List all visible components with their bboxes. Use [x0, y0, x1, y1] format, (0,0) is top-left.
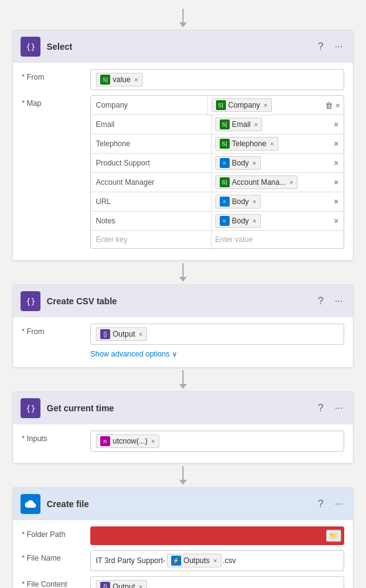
outputs-token-close[interactable]: ×	[214, 558, 217, 564]
create-file-actions: ? ···	[316, 497, 345, 511]
file-content-token: {} Output ×	[96, 580, 147, 588]
map-del-company[interactable]: 🗑 ×	[321, 96, 344, 114]
map-key-placeholder[interactable]: Enter key	[91, 231, 212, 248]
get-current-time-curly-icon: {}	[25, 403, 36, 414]
file-name-prefix: IT 3rd Party Support-	[96, 556, 166, 565]
create-csv-from-label: From	[22, 324, 90, 336]
create-file-card: Create file ? ··· Folder Path 📁 File Nam…	[12, 487, 354, 588]
arrow-line-1	[182, 263, 184, 277]
select-from-label: From	[22, 69, 90, 82]
url-token: ≡ Body ×	[215, 195, 261, 208]
company-token-text: Company	[228, 101, 260, 110]
map-val-email: S| Email ×	[212, 115, 329, 134]
select-map-label: Map	[22, 95, 90, 108]
map-val-account-manager: S| Account Mana... ×	[212, 173, 329, 192]
create-csv-from-input[interactable]: {} Output ×	[90, 324, 344, 345]
account-manager-token-close[interactable]: ×	[289, 179, 293, 186]
map-val-telephone: S| Telephone ×	[212, 134, 329, 153]
map-del-telephone[interactable]: ×	[329, 134, 344, 153]
map-row-placeholder: Enter key Enter value	[91, 231, 344, 248]
map-key-company: Company	[91, 96, 208, 114]
account-manager-token: S| Account Mana... ×	[215, 175, 298, 189]
map-row-account-manager: Account Manager S| Account Mana... × ×	[91, 173, 344, 192]
create-file-name-row: File Name IT 3rd Party Support- ⚡ Output…	[22, 550, 344, 571]
arrow-head-2	[179, 384, 187, 389]
create-csv-more-button[interactable]: ···	[332, 294, 345, 308]
map-row-company: Company S| Company × 🗑 ×	[91, 96, 344, 115]
map-val-notes: ≡ Body ×	[212, 212, 329, 230]
svg-text:{}: {}	[26, 42, 35, 52]
map-row-notes: Notes ≡ Body × ×	[91, 212, 344, 231]
create-file-folder-row: Folder Path 📁	[22, 526, 344, 545]
arrow-head-1	[179, 277, 187, 282]
map-key-telephone: Telephone	[91, 134, 212, 153]
company-token-close[interactable]: ×	[264, 102, 268, 109]
get-current-time-inputs-input[interactable]: fx utcnow(...) ×	[90, 431, 344, 452]
map-val-placeholder[interactable]: Enter value	[212, 231, 329, 248]
get-current-time-title: Get current time	[47, 403, 316, 413]
create-file-content-input[interactable]: {} Output ×	[90, 576, 344, 588]
select-from-token-icon: S|	[100, 75, 110, 85]
telephone-token-close[interactable]: ×	[270, 141, 274, 147]
select-card-header: {} Select ? ···	[13, 30, 353, 63]
select-more-button[interactable]: ···	[332, 40, 345, 54]
select-from-token: S| value ×	[96, 73, 143, 86]
create-csv-from-token-close[interactable]: ×	[139, 331, 143, 338]
telephone-token: S| Telephone ×	[215, 137, 278, 151]
create-csv-title: Create CSV table	[47, 296, 316, 306]
map-key-url: URL	[91, 192, 212, 211]
create-file-more-button[interactable]: ···	[332, 497, 345, 511]
folder-browse-button[interactable]: 📁	[326, 530, 341, 542]
notes-token-icon: ≡	[220, 216, 230, 226]
create-file-header: Create file ? ···	[13, 488, 353, 520]
arrow-connector-3	[179, 466, 187, 485]
create-file-name-input[interactable]: IT 3rd Party Support- ⚡ Outputs × .csv	[90, 550, 344, 571]
create-csv-body: From {} Output × Show advanced options ∨	[13, 317, 353, 367]
show-advanced-link[interactable]: Show advanced options ∨	[90, 350, 344, 358]
map-del-notes[interactable]: ×	[329, 212, 344, 230]
product-support-token-icon: ≡	[220, 158, 230, 168]
get-current-time-card: {} Get current time ? ··· Inputs fx utcn…	[12, 391, 354, 464]
create-csv-from-row: From {} Output ×	[22, 324, 344, 345]
company-token-icon: S|	[216, 100, 226, 110]
map-key-email: Email	[91, 115, 212, 134]
select-from-token-close[interactable]: ×	[134, 77, 138, 83]
get-current-time-help-button[interactable]: ?	[316, 401, 326, 415]
select-help-button[interactable]: ?	[316, 40, 326, 54]
utcnow-token-close[interactable]: ×	[151, 438, 155, 445]
select-card: {} Select ? ··· From S| value ×	[12, 30, 354, 261]
create-file-icon	[21, 494, 40, 514]
map-row-email: Email S| Email × ×	[91, 115, 344, 134]
map-del-email[interactable]: ×	[329, 115, 344, 134]
map-del-account-manager[interactable]: ×	[329, 173, 344, 192]
get-current-time-body: Inputs fx utcnow(...) ×	[13, 424, 353, 463]
create-csv-from-token: {} Output ×	[96, 327, 147, 341]
url-token-icon: ≡	[220, 197, 230, 207]
create-csv-curly-icon: {}	[25, 296, 36, 307]
notes-token-close[interactable]: ×	[253, 218, 256, 225]
create-csv-actions: ? ···	[316, 294, 345, 308]
create-file-folder-input[interactable]: 📁	[90, 526, 344, 545]
get-current-time-more-button[interactable]: ···	[332, 401, 345, 415]
url-token-text: Body	[232, 197, 249, 206]
select-from-input[interactable]: S| value ×	[90, 69, 344, 90]
map-row-product-support: Product Support ≡ Body × ×	[91, 154, 344, 173]
trash-icon[interactable]: 🗑	[325, 101, 333, 110]
url-token-close[interactable]: ×	[253, 198, 256, 205]
email-token-text: Email	[232, 120, 251, 129]
map-del-product-support[interactable]: ×	[329, 154, 344, 172]
select-from-token-text: value	[113, 75, 131, 84]
close-icon-company[interactable]: ×	[336, 101, 340, 110]
select-map-table: Company S| Company × 🗑 ×	[90, 95, 344, 249]
create-file-help-button[interactable]: ?	[316, 497, 326, 511]
email-token-close[interactable]: ×	[255, 121, 258, 128]
create-csv-help-button[interactable]: ?	[316, 294, 326, 308]
map-del-url[interactable]: ×	[329, 192, 344, 211]
svg-text:{}: {}	[26, 297, 35, 306]
get-current-time-header: {} Get current time ? ···	[13, 392, 353, 424]
product-support-token-close[interactable]: ×	[253, 160, 256, 167]
select-card-title: Select	[47, 42, 316, 52]
arrow-connector-1	[179, 263, 187, 282]
notes-token-text: Body	[232, 217, 249, 225]
file-content-token-close[interactable]: ×	[139, 584, 143, 589]
